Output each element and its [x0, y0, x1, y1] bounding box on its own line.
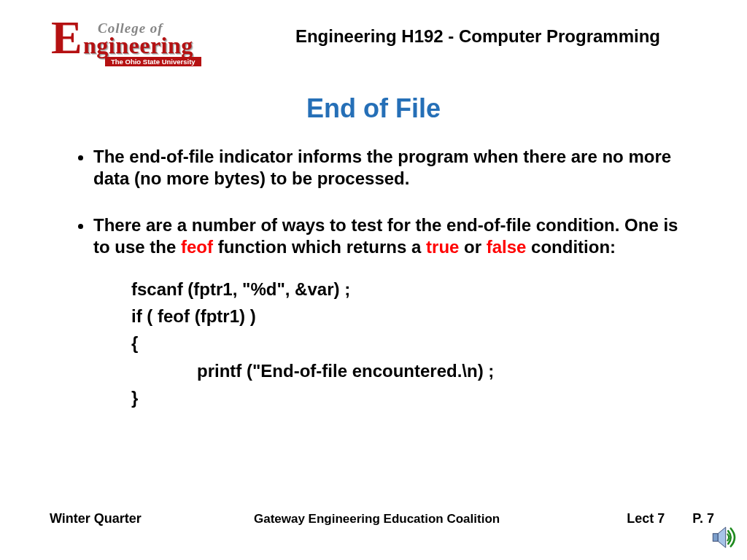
bullet-1: The end-of-file indicator informs the pr…	[93, 146, 696, 190]
keyword-feof: feof	[181, 237, 213, 257]
bullet-2: There are a number of ways to test for t…	[93, 214, 696, 258]
code-line-2: if ( feof (fptr1) )	[131, 303, 696, 330]
svg-marker-1	[718, 527, 726, 548]
footer-lecture: Lect 7	[627, 511, 665, 526]
svg-rect-0	[713, 534, 718, 542]
slide-body: The end-of-file indicator informs the pr…	[64, 146, 696, 411]
speaker-icon[interactable]	[709, 522, 740, 553]
code-line-1: fscanf (fptr1, "%d", &var) ;	[131, 276, 696, 303]
keyword-false: false	[487, 237, 527, 257]
logo-letter-e: E	[51, 19, 82, 56]
logo-university-name: The Ohio State University	[105, 57, 201, 66]
logo-ngineering: ngineering	[83, 32, 193, 59]
bullet-2-post: condition:	[526, 237, 616, 257]
slide: E College of ngineering The Ohio State U…	[0, 0, 747, 560]
bullet-2-mid: function which returns a	[213, 237, 426, 257]
footer-coalition: Gateway Engineering Education Coalition	[127, 512, 627, 526]
keyword-true: true	[426, 237, 459, 257]
code-line-5: }	[131, 384, 696, 411]
course-header: Engineering H192 - Computer Programming	[244, 26, 711, 47]
college-logo: E College of ngineering The Ohio State U…	[51, 19, 204, 56]
code-block: fscanf (fptr1, "%d", &var) ; if ( feof (…	[131, 276, 696, 411]
code-line-3: {	[131, 330, 696, 357]
slide-title: End of File	[0, 93, 747, 124]
slide-footer: Winter Quarter Gateway Engineering Educa…	[50, 511, 714, 526]
bullet-2-or: or	[459, 237, 486, 257]
code-line-4: printf ("End-of-file encountered.\n) ;	[197, 357, 696, 384]
